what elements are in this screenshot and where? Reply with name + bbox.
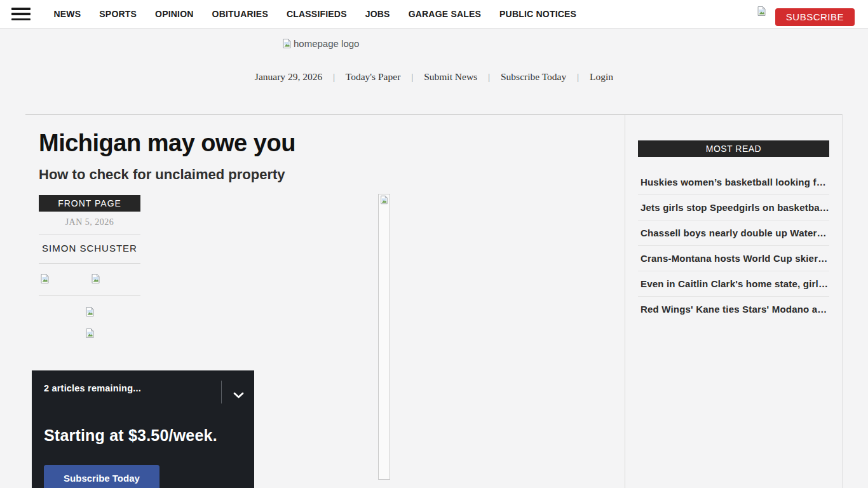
article-image-placeholder xyxy=(378,194,390,480)
article-title: Michigan may owe you xyxy=(39,130,625,157)
most-read-item[interactable]: Crans-Montana hosts World Cup skier… xyxy=(638,246,829,271)
share-icon-stack xyxy=(39,306,140,318)
divider xyxy=(39,295,140,296)
paywall-panel: 2 articles remaining... Starting at $3.5… xyxy=(32,370,254,488)
broken-image-icon xyxy=(756,6,767,17)
most-read-item[interactable]: Huskies women’s basketball looking f… xyxy=(638,170,829,195)
nav-item-jobs[interactable]: JOBS xyxy=(356,0,399,29)
broken-image-icon[interactable] xyxy=(85,328,95,339)
article-date: JAN 5, 2026 xyxy=(39,217,140,227)
logo-alt-text: homepage logo xyxy=(294,38,359,49)
nav-item-public-notices[interactable]: PUBLIC NOTICES xyxy=(491,0,586,29)
most-read-item[interactable]: Even in Caitlin Clark's home state, girl… xyxy=(638,271,829,297)
broken-image-icon xyxy=(379,195,389,205)
broken-image-icon xyxy=(281,38,292,49)
category-badge[interactable]: FRONT PAGE xyxy=(39,195,140,212)
share-icon-stack xyxy=(39,328,140,339)
site-logo[interactable]: homepage logo xyxy=(281,38,359,49)
top-nav: NEWS SPORTS OPINION OBITUARIES CLASSIFIE… xyxy=(0,0,868,29)
sidebar: MOST READ Huskies women’s basketball loo… xyxy=(625,115,842,488)
most-read-header: MOST READ xyxy=(638,140,829,157)
chevron-down-icon[interactable] xyxy=(233,386,244,398)
subscribe-button[interactable]: SUBSCRIBE xyxy=(775,8,855,26)
broken-image-icon[interactable] xyxy=(39,273,50,284)
login-link[interactable]: Login xyxy=(590,71,613,82)
most-read-item[interactable]: Jets girls stop Speedgirls on basketba… xyxy=(638,195,829,220)
most-read-item[interactable]: Chassell boys nearly double up Water… xyxy=(638,220,829,246)
nav-links: NEWS SPORTS OPINION OBITUARIES CLASSIFIE… xyxy=(44,0,586,29)
nav-right-cluster: SUBSCRIBE xyxy=(756,3,868,26)
subscribe-today-link[interactable]: Subscribe Today xyxy=(501,71,566,82)
broken-image-icon[interactable] xyxy=(90,273,101,284)
broken-image-icon[interactable] xyxy=(85,306,95,317)
nav-item-obituaries[interactable]: OBITUARIES xyxy=(203,0,277,29)
nav-item-sports[interactable]: SPORTS xyxy=(90,0,146,29)
menu-icon[interactable] xyxy=(11,8,31,20)
divider: | xyxy=(333,71,335,82)
divider xyxy=(39,234,140,234)
nav-item-opinion[interactable]: OPINION xyxy=(146,0,203,29)
divider xyxy=(221,381,222,403)
submit-news-link[interactable]: Submit News xyxy=(424,71,477,82)
articles-remaining-text: 2 articles remaining... xyxy=(44,381,141,393)
most-read-item[interactable]: Red Wings' Kane ties Stars' Modano a… xyxy=(638,297,829,322)
divider: | xyxy=(488,71,490,82)
most-read-list: Huskies women’s basketball looking f… Je… xyxy=(638,170,829,322)
todays-paper-link[interactable]: Today's Paper xyxy=(346,71,401,82)
share-icon-row xyxy=(39,273,140,285)
divider: | xyxy=(411,71,413,82)
utility-row: January 29, 2026 | Today's Paper | Submi… xyxy=(0,71,868,83)
nav-item-news[interactable]: NEWS xyxy=(44,0,90,29)
divider xyxy=(39,263,140,264)
nav-item-classifieds[interactable]: CLASSIFIEDS xyxy=(277,0,356,29)
current-date: January 29, 2026 xyxy=(255,71,322,82)
article-subtitle: How to check for unclaimed property xyxy=(39,166,625,183)
nav-item-garage-sales[interactable]: GARAGE SALES xyxy=(399,0,490,29)
article-byline: SIMON SCHUSTER xyxy=(39,243,140,254)
divider: | xyxy=(577,71,579,82)
paywall-offer-text: Starting at $3.50/week. xyxy=(44,426,244,445)
subscribe-today-button[interactable]: Subscribe Today xyxy=(44,465,159,488)
